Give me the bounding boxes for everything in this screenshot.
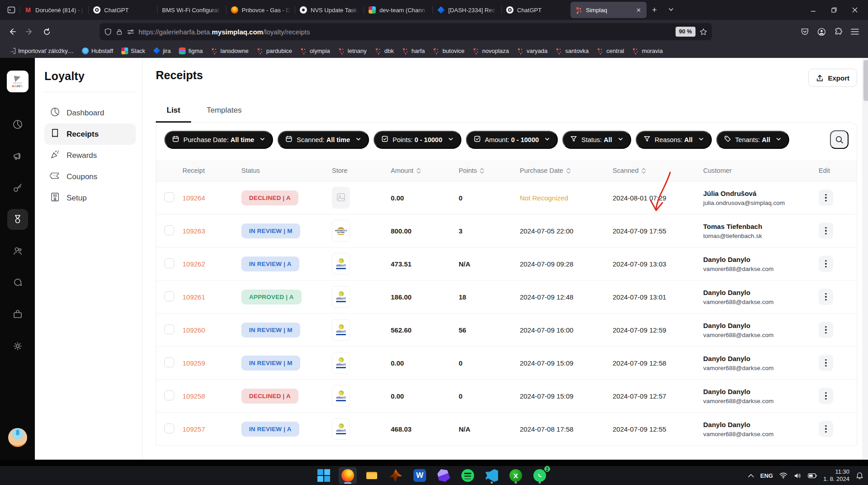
- bookmark-item[interactable]: varyada: [514, 46, 551, 56]
- filter-chip[interactable]: Points: 0 - 10000: [374, 131, 461, 149]
- filter-chip[interactable]: Reasons: All: [636, 131, 712, 149]
- rail-settings-gear-icon[interactable]: [7, 336, 28, 357]
- sidebar-item[interactable]: Setup: [44, 187, 136, 209]
- row-actions-button[interactable]: [819, 190, 833, 206]
- start-button[interactable]: [315, 467, 333, 484]
- row-actions-button[interactable]: [819, 289, 833, 305]
- table-row[interactable]: 109260 IN REVIEW | M albert 562.60 56: [156, 314, 857, 347]
- page-scrollbar[interactable]: [862, 58, 868, 460]
- bookmark-item[interactable]: Hubstaff: [79, 46, 116, 56]
- browser-tab[interactable]: [DASH-2334] Rec: [433, 2, 502, 18]
- tray-chevron-up-icon[interactable]: [748, 474, 754, 478]
- new-tab-button[interactable]: +: [647, 5, 662, 15]
- bookmark-item[interactable]: central: [594, 46, 627, 56]
- tracking-protection-shield-icon[interactable]: [104, 28, 112, 36]
- forward-button[interactable]: [22, 24, 37, 39]
- bookmark-item[interactable]: letnany: [335, 46, 370, 56]
- bookmark-item[interactable]: harfa: [399, 46, 428, 56]
- bookmark-item[interactable]: dbk: [372, 46, 397, 56]
- menu-icon[interactable]: [851, 28, 859, 35]
- rail-marketing-megaphone-icon[interactable]: [7, 146, 28, 166]
- account-icon[interactable]: [817, 28, 826, 36]
- row-checkbox[interactable]: [164, 291, 174, 301]
- table-row[interactable]: 109262 IN REVIEW | A albert 473.51 N/A: [156, 247, 857, 281]
- receipt-id-link[interactable]: 109260: [182, 326, 205, 334]
- export-button[interactable]: Export: [808, 69, 857, 87]
- sidebar-item[interactable]: Rewards: [44, 145, 136, 166]
- back-button[interactable]: [5, 24, 20, 39]
- column-header[interactable]: Purchase Date: [520, 167, 613, 174]
- search-button[interactable]: [830, 130, 849, 149]
- receipt-id-link[interactable]: 109262: [182, 260, 205, 268]
- tab-list-chevron-icon[interactable]: [662, 5, 680, 15]
- rail-support-chat-icon[interactable]: [7, 272, 28, 293]
- language-indicator[interactable]: ENG: [760, 472, 773, 479]
- browser-tab[interactable]: NVS Update Task: [295, 2, 364, 18]
- receipt-id-link[interactable]: 109263: [182, 227, 205, 235]
- browser-tab[interactable]: Doručené (814) - j: [20, 2, 89, 18]
- filter-chip[interactable]: Scanned: All time: [278, 131, 369, 149]
- column-header[interactable]: Points: [459, 167, 520, 174]
- browser-tab[interactable]: BMS Wi-Fi Configurat: [158, 2, 226, 18]
- bookmark-item[interactable]: Importovať záložky…: [5, 46, 77, 56]
- volume-icon[interactable]: [794, 472, 801, 479]
- notification-bell-icon[interactable]: [856, 472, 863, 480]
- taskbar-explorer[interactable]: [363, 467, 381, 484]
- receipt-id-link[interactable]: 109261: [182, 293, 205, 301]
- browser-tab[interactable]: ChatGPT: [89, 2, 158, 18]
- rail-dashboard-icon[interactable]: [7, 114, 28, 135]
- pocket-icon[interactable]: [801, 28, 809, 36]
- filter-chip[interactable]: Tenants: All: [716, 131, 789, 149]
- receipt-id-link[interactable]: 109264: [182, 194, 205, 202]
- browser-tab[interactable]: ChatGPT: [502, 2, 571, 18]
- table-row[interactable]: 109261 APPROVED | A albert 186.00 18: [156, 281, 857, 314]
- bookmark-item[interactable]: lansdowne: [208, 46, 252, 56]
- sidebar-item[interactable]: Coupons: [44, 166, 136, 187]
- sidebar-item[interactable]: Receipts: [44, 124, 136, 145]
- browser-tab[interactable]: Simplaq ✕: [571, 2, 647, 18]
- row-checkbox[interactable]: [164, 324, 174, 334]
- receipt-id-link[interactable]: 109257: [182, 425, 205, 433]
- row-checkbox[interactable]: [164, 258, 174, 268]
- taskbar-xbox[interactable]: X: [507, 467, 525, 484]
- https-lock-icon[interactable]: [116, 29, 123, 35]
- row-actions-button[interactable]: [819, 421, 833, 437]
- bookmark-item[interactable]: olympia: [297, 46, 333, 56]
- taskbar-firefox[interactable]: [339, 467, 357, 484]
- firefox-view-button[interactable]: [5, 3, 18, 17]
- table-row[interactable]: 109264 DECLINED | A 0.00 0: [156, 181, 857, 214]
- column-header[interactable]: Status: [241, 167, 332, 174]
- extensions-icon[interactable]: [834, 28, 843, 36]
- rail-loyalty-medal-icon[interactable]: [7, 209, 28, 230]
- receipt-id-link[interactable]: 109259: [182, 359, 205, 367]
- table-row[interactable]: 109259 IN REVIEW | M albert 0.00 0: [156, 347, 857, 380]
- sort-icon[interactable]: [642, 168, 646, 174]
- url-bar[interactable]: https://galerieharfa.beta.mysimplaq.com/…: [100, 23, 712, 40]
- galerie-harfa-logo[interactable]: GALERIE HARFA: [7, 71, 29, 92]
- filter-chip[interactable]: Status: All: [562, 131, 631, 149]
- bookmark-item[interactable]: butovice: [430, 46, 467, 56]
- column-header[interactable]: Amount: [391, 167, 459, 174]
- filter-chip[interactable]: Purchase Date: All time: [164, 131, 273, 149]
- store-logo-albert[interactable]: albert: [332, 352, 350, 374]
- taskbar-whatsapp[interactable]: 2: [531, 467, 549, 484]
- reload-button[interactable]: [39, 24, 54, 39]
- row-checkbox[interactable]: [164, 357, 174, 367]
- store-logo-albert[interactable]: albert: [332, 319, 350, 341]
- taskbar-vscode[interactable]: [483, 467, 501, 484]
- receipt-id-link[interactable]: 109258: [182, 392, 205, 400]
- bookmark-item[interactable]: jira: [150, 46, 174, 56]
- store-logo-albert[interactable]: albert: [332, 286, 350, 308]
- bookmark-star-icon[interactable]: [700, 28, 707, 36]
- rail-customers-icon[interactable]: [7, 241, 28, 262]
- store-logo-aeronautica[interactable]: AERONAUTICA MILITARE: [332, 220, 350, 242]
- wifi-icon[interactable]: [779, 472, 787, 479]
- content-tab[interactable]: List: [156, 106, 191, 123]
- row-actions-button[interactable]: [819, 322, 833, 338]
- taskbar-obsidian[interactable]: [435, 467, 453, 484]
- store-logo-albert[interactable]: albert: [332, 418, 350, 440]
- user-avatar[interactable]: [8, 428, 27, 447]
- bookmark-item[interactable]: santovka: [552, 46, 592, 56]
- table-row[interactable]: 109257 IN REVIEW | A albert 468.03 N/A: [156, 413, 857, 446]
- bookmark-item[interactable]: moravia: [629, 46, 666, 56]
